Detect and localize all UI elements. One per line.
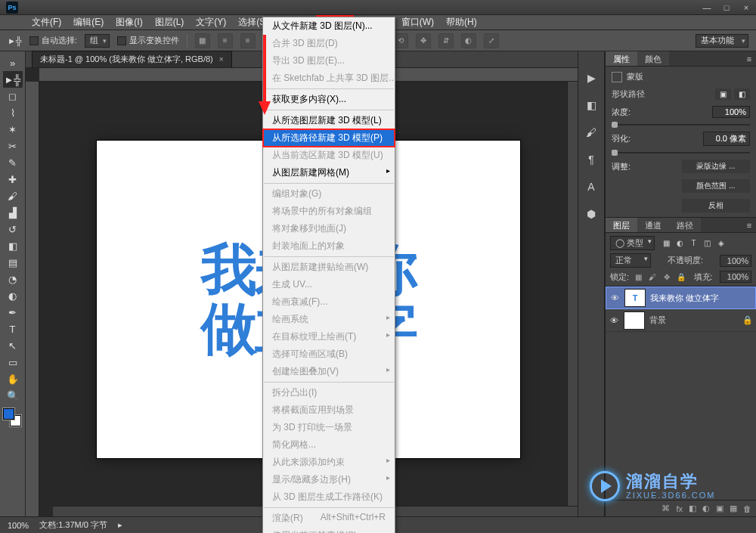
- zoom-level[interactable]: 100%: [8, 521, 29, 530]
- delete-layer-icon[interactable]: 🗑: [743, 504, 751, 513]
- pen-tool[interactable]: ✒: [3, 304, 23, 321]
- 3d-scale-icon[interactable]: ⤢: [484, 33, 499, 48]
- menu-item[interactable]: 从图层新建网格(M): [263, 164, 395, 181]
- panel-menu-icon[interactable]: ≡: [742, 218, 756, 232]
- show-transform-checkbox[interactable]: [117, 36, 126, 45]
- color-swatches[interactable]: [3, 408, 21, 426]
- path-select-tool[interactable]: ↖: [3, 337, 23, 354]
- menu-item[interactable]: 从所选路径新建 3D 模型(P): [263, 129, 395, 147]
- align-icon[interactable]: ▦: [195, 33, 210, 48]
- menu-item[interactable]: 从文件新建 3D 图层(N)...: [263, 17, 395, 35]
- lock-pixels-icon[interactable]: 🖌: [647, 271, 658, 282]
- layer-thumbnail[interactable]: [624, 311, 645, 330]
- document-tab[interactable]: 未标题-1 @ 100% (我来教你 做立体字, RGB/8) ×: [32, 51, 232, 67]
- filter-shape-icon[interactable]: ◫: [702, 238, 713, 249]
- menu-item[interactable]: 获取更多内容(X)...: [263, 91, 395, 108]
- menu-file[interactable]: 文件(F): [26, 14, 67, 30]
- mask-view-icon[interactable]: ▣: [715, 88, 731, 100]
- menu-layer[interactable]: 图层(L): [149, 14, 191, 30]
- mask-view-icon[interactable]: ◧: [734, 88, 750, 100]
- document-tab-close[interactable]: ×: [219, 55, 224, 64]
- history-brush-tool[interactable]: ↺: [3, 221, 23, 237]
- eyedropper-tool[interactable]: ✎: [3, 154, 23, 171]
- color-range-button[interactable]: 颜色范围 ...: [682, 179, 750, 193]
- properties-tab[interactable]: 属性: [606, 51, 637, 66]
- color-tab[interactable]: 颜色: [637, 51, 669, 66]
- lock-all-icon[interactable]: 🔒: [676, 271, 686, 282]
- zoom-tool[interactable]: 🔍: [3, 387, 23, 404]
- invert-button[interactable]: 反相: [682, 199, 750, 212]
- eraser-tool[interactable]: ◧: [3, 237, 23, 254]
- menu-image[interactable]: 图像(I): [110, 14, 148, 30]
- layer-row[interactable]: 👁 我来教你 做立体字: [606, 287, 756, 309]
- marquee-tool[interactable]: ◻: [3, 88, 23, 104]
- move-tool[interactable]: ►╬: [3, 71, 23, 88]
- healing-tool[interactable]: ✚: [3, 171, 23, 187]
- paragraph-panel-icon[interactable]: ¶: [583, 151, 600, 168]
- density-slider[interactable]: [612, 124, 750, 126]
- paths-tab[interactable]: 路径: [669, 218, 701, 232]
- dodge-tool[interactable]: ◐: [3, 287, 23, 304]
- swatches-panel-icon[interactable]: ◧: [583, 97, 600, 113]
- density-field[interactable]: 100%: [712, 106, 750, 118]
- align-icon[interactable]: ≡: [240, 33, 256, 48]
- brush-tool[interactable]: 🖌: [3, 187, 23, 204]
- channels-tab[interactable]: 通道: [637, 218, 669, 232]
- filter-pixel-icon[interactable]: ▦: [661, 238, 672, 249]
- shape-tool[interactable]: ▭: [3, 354, 23, 370]
- quick-select-tool[interactable]: ✶: [3, 121, 23, 138]
- opacity-field[interactable]: 100%: [720, 255, 751, 267]
- panel-menu-icon[interactable]: ≡: [742, 51, 756, 66]
- workspace-switcher[interactable]: 基本功能: [696, 34, 748, 48]
- type-tool[interactable]: T: [3, 321, 23, 337]
- align-icon[interactable]: ≡: [218, 33, 233, 48]
- filter-adjust-icon[interactable]: ◐: [674, 238, 686, 249]
- lock-transparency-icon[interactable]: ▦: [633, 271, 643, 282]
- character-panel-icon[interactable]: A: [583, 178, 600, 195]
- mask-edge-button[interactable]: 蒙版边缘 ...: [682, 160, 750, 173]
- auto-select-checkbox[interactable]: [29, 36, 39, 45]
- maximize-button[interactable]: □: [717, 0, 736, 14]
- layer-thumbnail[interactable]: [624, 289, 646, 307]
- menu-type[interactable]: 文字(Y): [190, 14, 232, 30]
- crop-tool[interactable]: ✂: [3, 138, 23, 154]
- auto-select-dropdown[interactable]: 组: [85, 34, 110, 48]
- hand-tool[interactable]: ✋: [3, 370, 23, 387]
- layer-name[interactable]: 我来教你 做立体字: [650, 293, 752, 304]
- 3d-panel-icon[interactable]: ⬢: [583, 206, 600, 222]
- stamp-tool[interactable]: ▟: [3, 204, 23, 221]
- visibility-icon[interactable]: 👁: [609, 316, 619, 325]
- menu-help[interactable]: 帮助(H): [440, 14, 483, 30]
- vertical-scrollbar[interactable]: [567, 82, 578, 506]
- layer-filter-kind[interactable]: ◯ 类型: [610, 236, 655, 250]
- visibility-icon[interactable]: 👁: [609, 293, 620, 302]
- filter-type-icon[interactable]: T: [688, 238, 699, 249]
- gradient-tool[interactable]: ▤: [3, 254, 23, 271]
- menu-item[interactable]: 从所选图层新建 3D 模型(L): [263, 112, 395, 129]
- filter-smart-icon[interactable]: ◈: [715, 238, 727, 249]
- menu-edit[interactable]: 编辑(E): [67, 14, 110, 30]
- chevron-right-icon[interactable]: ▸: [118, 520, 122, 530]
- doc-info[interactable]: 文档:1.37M/0 字节: [39, 519, 107, 531]
- layer-name[interactable]: 背景: [649, 315, 738, 326]
- menu-window[interactable]: 窗口(W): [395, 14, 440, 30]
- tool-collapse[interactable]: »: [3, 54, 23, 71]
- lasso-tool[interactable]: ⌇: [3, 104, 23, 121]
- lock-position-icon[interactable]: ✥: [662, 271, 672, 282]
- feather-slider[interactable]: [612, 152, 750, 153]
- 3d-dolly-icon[interactable]: ⇵: [438, 33, 454, 48]
- close-button[interactable]: ×: [736, 0, 756, 14]
- layer-row[interactable]: 👁 背景 🔒: [606, 309, 756, 332]
- feather-field[interactable]: 0.0 像素: [703, 132, 750, 146]
- foreground-color[interactable]: [3, 408, 14, 420]
- 3d-slide-icon[interactable]: ◐: [461, 33, 476, 48]
- history-panel-icon[interactable]: ▶: [583, 70, 600, 86]
- brushes-panel-icon[interactable]: 🖌: [583, 124, 600, 141]
- 3d-pan-icon[interactable]: ✥: [416, 33, 431, 48]
- menu-item: 将对象移到地面(J): [263, 220, 395, 237]
- blend-mode-dropdown[interactable]: 正常: [610, 253, 651, 268]
- blur-tool[interactable]: ◔: [3, 271, 23, 287]
- layers-tab[interactable]: 图层: [606, 218, 637, 232]
- minimize-button[interactable]: —: [697, 0, 717, 14]
- fill-field[interactable]: 100%: [720, 271, 751, 283]
